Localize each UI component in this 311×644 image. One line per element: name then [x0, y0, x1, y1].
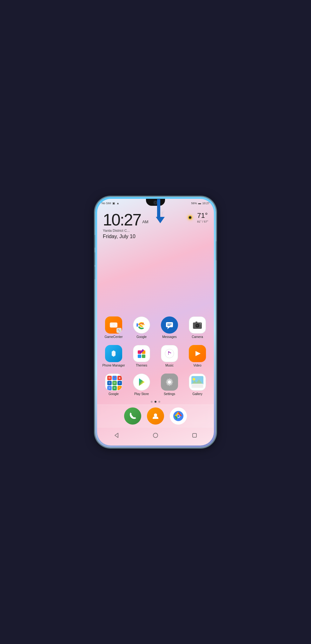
app-row-3: G 📍 ▶ D M ≡ ✉ ⊞ * Google [97, 370, 214, 399]
google-folder-label: Google [109, 392, 119, 396]
clock-ampm: AM [142, 219, 149, 224]
svg-rect-42 [193, 433, 196, 437]
nav-bar [97, 428, 214, 444]
sim-status: No SIM [102, 202, 111, 205]
folder-g1: G [107, 376, 112, 380]
weather-temp: 71° [197, 211, 208, 220]
phone-screen: No SIM ▣ ▲ 56% ▬ 10:27 ☞ 10:27AM [97, 199, 214, 446]
camera-icon [189, 316, 206, 334]
app-item-video[interactable]: Video [184, 343, 211, 369]
app-item-gamecenter[interactable]: GameCenter [100, 315, 127, 341]
svg-point-39 [177, 415, 180, 417]
svg-point-32 [193, 378, 195, 381]
battery-percent: 56% [191, 202, 197, 205]
gallery-icon [189, 374, 206, 391]
front-camera [154, 201, 157, 204]
svg-rect-9 [167, 325, 170, 326]
dock-phone[interactable] [124, 407, 141, 425]
folder-g7: ✉ [107, 386, 112, 390]
app-item-play-store[interactable]: Play Store [128, 372, 155, 398]
themes-icon [133, 345, 150, 362]
clock-widget: 10:27AM Yanta District C... Friday, July… [97, 209, 214, 241]
app-grid: GameCenter Google [97, 241, 214, 446]
app-item-settings[interactable]: Settings [156, 372, 183, 398]
google-icon [133, 316, 150, 334]
svg-point-41 [153, 433, 158, 438]
folder-g6: ≡ [117, 381, 122, 385]
folder-g4: D [107, 381, 112, 385]
app-item-google-folder[interactable]: G 📍 ▶ D M ≡ ✉ ⊞ * Google [100, 372, 127, 398]
themes-label: Themes [136, 364, 147, 367]
google-folder-icon: G 📍 ▶ D M ≡ ✉ ⊞ * [105, 374, 122, 391]
camera-label: Camera [192, 335, 203, 339]
messages-icon [161, 316, 178, 334]
svg-rect-4 [115, 324, 116, 326]
sun-icon [185, 212, 195, 223]
svg-marker-40 [115, 433, 118, 438]
settings-label: Settings [164, 392, 175, 396]
weather-widget[interactable]: 71° 81° / 57° [185, 211, 208, 224]
svg-marker-25 [195, 351, 201, 356]
svg-rect-34 [192, 384, 203, 387]
svg-point-24 [169, 353, 170, 355]
weather-info: 71° 81° / 57° [197, 211, 208, 224]
clock-display: 10:27AM [103, 211, 149, 228]
dock [97, 405, 214, 428]
phone-manager-icon [105, 345, 122, 362]
clock-status: 10:27 [202, 202, 209, 205]
nav-home[interactable] [151, 431, 160, 440]
play-store-label: Play Store [134, 392, 149, 396]
app-item-themes[interactable]: Themes [128, 343, 155, 369]
app-item-phone-manager[interactable]: Phone Manager [100, 343, 127, 369]
svg-point-15 [196, 325, 197, 325]
dock-contacts[interactable] [147, 407, 164, 425]
svg-point-17 [200, 323, 201, 324]
app-row-1: GameCenter Google [97, 313, 214, 342]
dock-chrome[interactable] [170, 407, 187, 425]
svg-rect-6 [111, 325, 113, 325]
notch [146, 199, 165, 206]
app-item-google[interactable]: Google [128, 315, 155, 341]
app-item-camera[interactable]: Camera [184, 315, 211, 341]
battery-icon: ▬ [198, 202, 201, 205]
sim-icon: ▣ [112, 202, 115, 205]
weather-range: 81° / 57° [197, 220, 208, 224]
nav-recent[interactable] [190, 431, 199, 440]
svg-rect-8 [167, 324, 172, 324]
gamecenter-badge [116, 328, 122, 333]
messages-label: Messages [162, 335, 177, 339]
app-row-2: Phone Manager [97, 342, 214, 370]
svg-rect-20 [138, 355, 141, 358]
nav-back[interactable] [112, 431, 121, 440]
screen-content: 10:27AM Yanta District C... Friday, July… [97, 199, 214, 446]
folder-g2: 📍 [112, 376, 117, 380]
folder-g8: ⊞ [112, 386, 117, 390]
svg-point-35 [154, 413, 157, 417]
pointer-arrow: ☞ [156, 208, 165, 223]
folder-g9: * [117, 386, 122, 390]
phone-manager-label: Phone Manager [102, 364, 125, 367]
app-item-gallery[interactable]: Gallery [184, 372, 211, 398]
svg-marker-26 [139, 378, 145, 386]
gamecenter-label: GameCenter [104, 335, 122, 339]
music-icon [161, 345, 178, 362]
gamecenter-icon [105, 316, 122, 334]
folder-g3: ▶ [117, 376, 122, 380]
play-store-icon [133, 374, 150, 391]
clock-left: 10:27AM Yanta District C... Friday, July… [103, 211, 149, 239]
svg-rect-16 [195, 322, 197, 323]
dot-1 [151, 401, 153, 403]
app-item-music[interactable]: Music [156, 343, 183, 369]
app-item-messages[interactable]: Messages [156, 315, 183, 341]
video-icon [189, 345, 206, 362]
phone-frame: No SIM ▣ ▲ 56% ▬ 10:27 ☞ 10:27AM [95, 197, 216, 447]
clock-date: Friday, July 10 [103, 234, 149, 239]
clock-location: Yanta District C... [103, 229, 149, 232]
wifi-icon: ▲ [116, 202, 119, 205]
svg-rect-7 [166, 322, 173, 327]
gallery-label: Gallery [192, 392, 202, 396]
folder-g5: M [112, 381, 117, 385]
arrow-shaft [157, 199, 160, 218]
page-dots [97, 399, 214, 405]
svg-rect-21 [142, 355, 145, 358]
